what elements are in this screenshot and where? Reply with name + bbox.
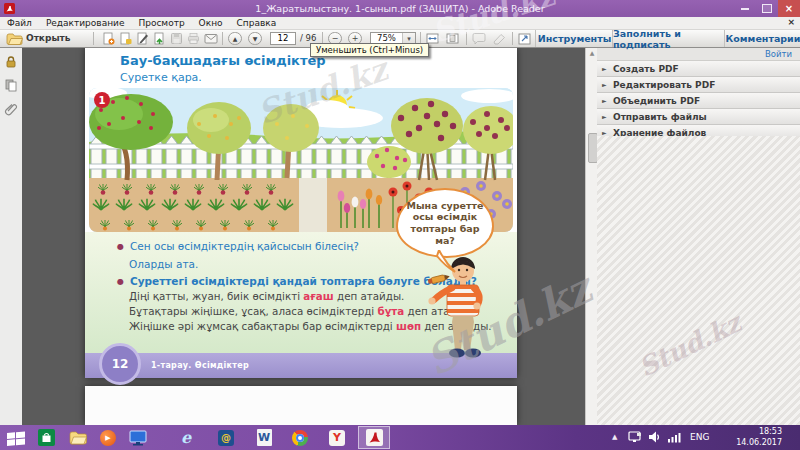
monitor-icon [129, 430, 147, 446]
system-tray: ▲ ENG 18:53 14.06.2017 [610, 425, 800, 450]
close-button[interactable]: × [778, 0, 800, 17]
network-icon[interactable] [667, 431, 681, 443]
next-pdf-page [85, 386, 517, 425]
action-center-icon[interactable] [628, 431, 642, 443]
open-folder-icon [6, 33, 23, 45]
file-explorer-icon[interactable] [68, 428, 88, 447]
menu-view[interactable]: Просмотр [138, 18, 184, 28]
taskbar: ▶ e @ W Y ▲ [0, 425, 800, 450]
fit-page-button[interactable] [446, 32, 459, 45]
expand-arrow-icon: ► [602, 81, 607, 88]
maximize-icon [762, 4, 772, 13]
volume-icon[interactable] [648, 431, 661, 443]
internet-explorer-icon[interactable]: e [176, 428, 196, 447]
screen: 1_Жаратылыстану. 1-сынып.pdf (ЗАЩИТА) - … [0, 0, 800, 450]
start-button[interactable] [6, 428, 26, 447]
create-pdf-button[interactable] [119, 32, 132, 45]
zoom-out-icon: − [332, 34, 339, 43]
tab-comments[interactable]: Комментарии [724, 30, 800, 47]
navigation-strip [0, 47, 23, 425]
menu-window[interactable]: Окно [199, 18, 223, 28]
sign-in-link[interactable]: Войти [765, 49, 792, 59]
panel-empty-area [597, 136, 800, 425]
menu-edit[interactable]: Редактирование [46, 18, 125, 28]
email-button[interactable] [204, 32, 218, 45]
highlight-button[interactable] [492, 32, 506, 45]
word-icon[interactable]: W [254, 428, 274, 447]
send-cloud-button[interactable] [153, 32, 166, 45]
clock[interactable]: 18:53 14.06.2017 [722, 427, 782, 448]
tab-tools[interactable]: Инструменты [535, 30, 613, 47]
page-thumbnails-icon[interactable] [4, 78, 18, 92]
page-number: 12 [99, 343, 141, 385]
scrollbar-thumb[interactable] [588, 133, 598, 163]
yandex-browser-icon[interactable]: Y [327, 428, 347, 447]
next-page-button[interactable]: ▼ [248, 32, 262, 45]
zoom-in-icon: + [352, 34, 359, 43]
adobe-reader-icon [366, 429, 383, 446]
highlighter-icon [492, 33, 506, 45]
at-sign-icon: @ [221, 432, 231, 443]
convert-pdf-icon [102, 32, 115, 45]
zoom-out-tooltip: Уменьшить (Ctrl+Minus) [310, 43, 429, 57]
chapter-footer-label: 1-тарау. Өсімдіктер [151, 361, 249, 370]
definition-line-2: Бұтақтары жіңішке, ұсақ, аласа өсімдікте… [129, 305, 475, 317]
figure-number-badge: 1 [94, 92, 110, 108]
printer-icon [187, 32, 200, 45]
document-canvas[interactable]: Бау-бақшадағы өсімдіктер Суретке қара. [22, 47, 585, 425]
panel-item-edit-pdf[interactable]: ► Редактировать PDF [597, 77, 800, 93]
chrome-logo-icon [292, 430, 308, 446]
folder-icon [69, 431, 87, 445]
open-button-label: Открыть [26, 33, 70, 43]
window-title: 1_Жаратылыстану. 1-сынып.pdf (ЗАЩИТА) - … [0, 3, 800, 14]
main-area: Бау-бақшадағы өсімдіктер Суретке қара. [0, 47, 800, 425]
lesson-subheading: Суретке қара. [120, 71, 202, 84]
menu-file[interactable]: Файл [7, 18, 32, 28]
save-button[interactable] [170, 32, 183, 45]
windows-logo-icon [7, 430, 25, 446]
hidden-icons-arrow[interactable]: ▲ [612, 433, 617, 441]
expand-arrow-icon: ► [602, 97, 607, 104]
sticky-note-button[interactable] [472, 32, 486, 45]
fullscreen-expand-icon [518, 33, 531, 45]
fullscreen-button[interactable] [518, 32, 531, 45]
previous-page-button[interactable]: ▲ [228, 32, 242, 45]
speech-bubble-tail [435, 250, 459, 276]
tools-panel: Войти ► Создать PDF ► Редактировать PDF … [597, 47, 800, 425]
expand-arrow-icon: ► [602, 113, 607, 120]
tab-fill-sign[interactable]: Заполнить и подписать [612, 30, 725, 47]
maximize-button[interactable] [756, 0, 778, 17]
panel-item-send-files[interactable]: ► Отправить файлы [597, 109, 800, 125]
panel-item-combine-pdf[interactable]: ► Объединить PDF [597, 93, 800, 109]
display-icon[interactable] [128, 428, 148, 447]
store-icon[interactable] [36, 428, 56, 447]
adobe-reader-taskbar-button[interactable] [358, 426, 390, 449]
attachments-paperclip-icon[interactable] [4, 102, 18, 116]
convert-pdf-button[interactable] [102, 32, 115, 45]
bullet-icon: ● [117, 242, 124, 251]
lesson-heading: Бау-бақшадағы өсімдіктер [120, 53, 326, 68]
security-lock-icon[interactable] [4, 55, 18, 69]
question-line-2: Оларды ата. [129, 258, 198, 270]
media-player-icon[interactable]: ▶ [98, 428, 118, 447]
minimize-icon [741, 8, 749, 10]
fit-page-icon [446, 33, 459, 44]
sign-button[interactable] [136, 32, 149, 45]
page-number-input[interactable] [270, 32, 296, 45]
tray-date: 14.06.2017 [722, 438, 782, 449]
comment-bubble-icon [472, 33, 486, 45]
minimize-button[interactable] [734, 0, 756, 17]
menu-help[interactable]: Справка [237, 18, 277, 28]
vertical-scrollbar[interactable]: ▲ [585, 47, 597, 425]
question-line-1: ●Сен осы өсімдіктердің қайсысын білесің? [117, 240, 359, 252]
shopping-bag-icon [41, 432, 52, 443]
menubar-close-icon[interactable]: × [787, 17, 795, 27]
panel-item-create-pdf[interactable]: ► Создать PDF [597, 61, 800, 77]
page-up-icon: ▲ [233, 35, 238, 42]
print-button[interactable] [187, 32, 200, 45]
play-icon: ▶ [105, 434, 110, 442]
bullet-icon: ● [117, 277, 124, 286]
open-button[interactable] [6, 32, 23, 45]
mail-icon[interactable]: @ [216, 428, 236, 447]
chrome-icon[interactable] [290, 428, 310, 447]
